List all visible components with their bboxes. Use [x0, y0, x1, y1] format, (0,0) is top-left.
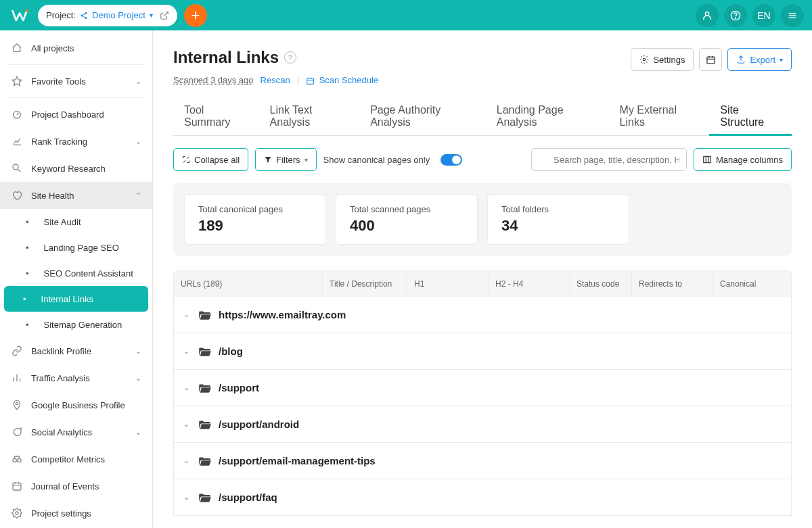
external-link-icon[interactable]: [160, 11, 169, 20]
settings-button[interactable]: Settings: [631, 48, 694, 71]
col-status[interactable]: Status code: [570, 271, 632, 297]
sidebar: All projects Favorite Tools ⌄ Project Da…: [0, 30, 153, 528]
link-icon: [11, 345, 23, 357]
chevron-down-icon: ▾: [150, 11, 153, 19]
sidebar-project-settings[interactable]: Project settings: [0, 500, 152, 527]
calendar-icon: [306, 76, 315, 85]
filters-button[interactable]: Filters ▾: [255, 148, 316, 171]
tabs: Tool Summary Link Text Analysis Page Aut…: [173, 97, 792, 136]
sidebar-favorite-tools[interactable]: Favorite Tools ⌄: [0, 68, 152, 95]
sidebar-landing-seo[interactable]: Landing Page SEO: [0, 235, 152, 260]
tree-row[interactable]: ⌄ /support/email-management-tips: [174, 442, 791, 479]
bars-icon: [11, 372, 23, 384]
tree-row[interactable]: ⌄ /support: [174, 369, 791, 406]
sidebar-site-health[interactable]: Site Health ⌃: [0, 182, 152, 209]
export-button[interactable]: Export ▾: [727, 48, 792, 71]
chevron-down-icon: ⌄: [135, 77, 141, 86]
manage-columns-button[interactable]: Manage columns: [694, 148, 792, 171]
scan-schedule-link[interactable]: Scan Schedule: [306, 75, 378, 85]
tab-page-authority[interactable]: Page Authority Analysis: [359, 97, 486, 135]
col-urls[interactable]: URLs (189): [174, 271, 323, 297]
language-button[interactable]: EN: [752, 4, 775, 27]
tab-tool-summary[interactable]: Tool Summary: [173, 97, 259, 135]
chevron-down-icon: ▾: [780, 56, 783, 64]
col-canon[interactable]: Canonical: [713, 271, 791, 297]
tree-path: /support: [219, 382, 259, 393]
search-input[interactable]: [531, 148, 687, 171]
tab-site-structure[interactable]: Site Structure: [709, 97, 792, 135]
sidebar-competitor[interactable]: Competitor Metrics: [0, 446, 152, 473]
sidebar-all-projects[interactable]: All projects: [0, 34, 152, 62]
rescan-link[interactable]: Rescan: [261, 75, 290, 85]
app-logo[interactable]: [8, 4, 31, 27]
col-h1[interactable]: H1: [407, 271, 489, 297]
folder-open-icon: [198, 419, 212, 430]
stat-value: 34: [501, 217, 615, 235]
tree-row[interactable]: ⌄ /support/android: [174, 406, 791, 442]
sidebar-internal-links[interactable]: Internal Links: [4, 286, 148, 312]
stat-label: Total scanned pages: [350, 204, 464, 214]
scanned-timestamp: Scanned 3 days ago: [173, 75, 254, 85]
sidebar-site-audit[interactable]: Site Audit: [0, 209, 152, 235]
sidebar-backlink[interactable]: Backlink Profile ⌄: [0, 337, 152, 364]
chevron-down-icon: ⌄: [183, 310, 191, 319]
tab-landing-page[interactable]: Landing Page Analysis: [486, 97, 609, 135]
sidebar-project-dashboard[interactable]: Project Dashboard: [0, 101, 152, 128]
sidebar-item-label: Keyword Research: [31, 164, 106, 174]
stat-folders: Total folders 34: [487, 194, 629, 245]
svg-point-6: [735, 18, 736, 18]
folder-open-icon: [198, 310, 212, 320]
canonical-toggle[interactable]: [441, 154, 462, 166]
tab-external-links[interactable]: My External Links: [609, 97, 710, 135]
sidebar-rank-tracking[interactable]: Rank Tracking ⌄: [0, 128, 152, 155]
col-redir[interactable]: Redirects to: [632, 271, 713, 297]
chevron-down-icon: ⌄: [183, 420, 191, 429]
chevron-down-icon: ⌄: [135, 137, 141, 146]
folder-open-icon: [198, 456, 212, 466]
calendar-icon: [11, 480, 23, 492]
sidebar-item-label: Traffic Analysis: [31, 373, 90, 383]
svg-point-13: [16, 402, 18, 404]
add-button[interactable]: +: [184, 4, 207, 27]
tree-row[interactable]: ⌄ https://www.emailtray.com: [174, 297, 791, 333]
sidebar-gbp[interactable]: Google Business Profile: [0, 391, 152, 418]
sidebar-social[interactable]: Social Analytics ⌄: [0, 418, 152, 446]
tree-row[interactable]: ⌄ /support/faq: [174, 479, 791, 515]
tab-link-text[interactable]: Link Text Analysis: [259, 97, 360, 135]
export-icon: [736, 55, 746, 64]
chevron-down-icon: ⌄: [183, 493, 191, 502]
sidebar-journal[interactable]: Journal of Events: [0, 473, 152, 500]
sidebar-keyword-research[interactable]: Keyword Research: [0, 155, 152, 182]
collapse-all-button[interactable]: Collapse all: [173, 148, 248, 171]
svg-point-18: [644, 58, 646, 61]
tree-row[interactable]: ⌄ /blog: [174, 333, 791, 369]
help-icon[interactable]: [724, 4, 747, 27]
date-button[interactable]: [699, 48, 722, 71]
stat-value: 189: [198, 217, 312, 235]
button-label: Filters: [276, 155, 300, 165]
menu-icon[interactable]: [781, 4, 804, 27]
sidebar-item-label: Project Dashboard: [31, 110, 104, 120]
sidebar-sitemap-gen[interactable]: Sitemap Generation: [0, 312, 152, 337]
topbar: Project: Demo Project ▾ + EN: [0, 0, 812, 30]
stat-label: Total canonical pages: [198, 204, 312, 214]
folder-open-icon: [198, 346, 212, 357]
sidebar-traffic[interactable]: Traffic Analysis ⌄: [0, 364, 152, 391]
sidebar-item-label: Backlink Profile: [31, 346, 91, 356]
project-selector[interactable]: Project: Demo Project ▾: [38, 5, 177, 26]
tree-path: /support/email-management-tips: [219, 455, 376, 466]
stat-label: Total folders: [501, 204, 615, 214]
svg-rect-22: [704, 156, 711, 162]
col-h24[interactable]: H2 - H4: [489, 271, 570, 297]
sidebar-content-assistant[interactable]: SEO Content Assistant: [0, 260, 152, 286]
search-wrap: [531, 148, 687, 171]
chat-icon: [11, 426, 23, 438]
folder-tree: ⌄ https://www.emailtray.com ⌄ /blog ⌄ /s…: [173, 297, 792, 516]
account-icon[interactable]: [696, 4, 719, 27]
sidebar-item-label: All projects: [31, 43, 74, 53]
chart-icon: [11, 135, 23, 147]
collapse-icon: [182, 155, 190, 164]
col-title[interactable]: Title / Description: [323, 271, 407, 297]
button-label: Collapse all: [194, 155, 240, 165]
help-tooltip-icon[interactable]: ?: [284, 51, 296, 64]
